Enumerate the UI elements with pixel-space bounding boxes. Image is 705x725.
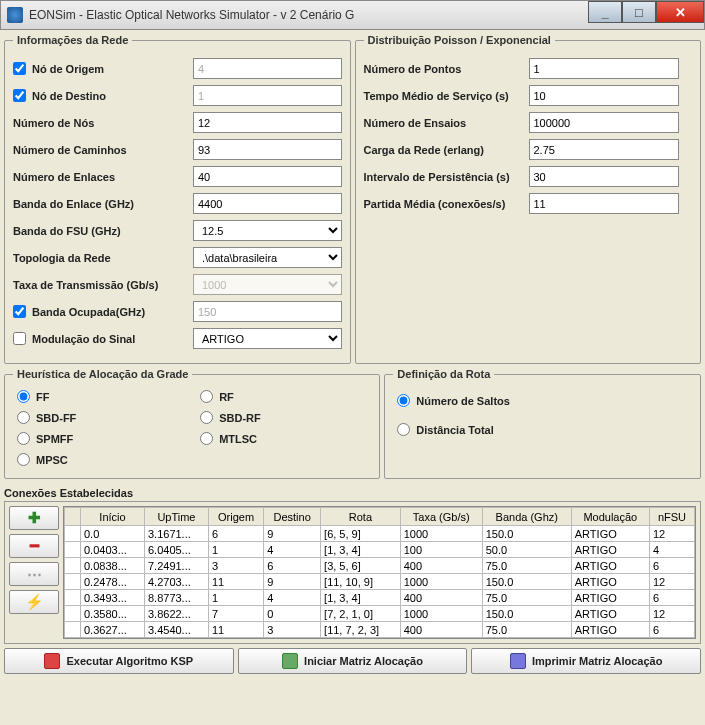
heuristic-sbd-rf[interactable]: SBD-RF <box>200 411 371 424</box>
ksp-icon <box>44 653 60 669</box>
modulacao-checkbox[interactable] <box>13 332 26 345</box>
intervalo-input[interactable] <box>529 166 679 187</box>
banda-ocupada-label: Banda Ocupada(GHz) <box>32 306 145 318</box>
taxa-label: Taxa de Transmissão (Gb/s) <box>13 279 158 291</box>
informacoes-rede-legend: Informações da Rede <box>13 34 132 46</box>
rota-group: Definição da Rota Número de Saltos Distâ… <box>384 368 701 479</box>
no-destino-checkbox[interactable] <box>13 89 26 102</box>
title-bar: EONSim - Elastic Optical Networks Simula… <box>0 0 705 30</box>
connections-label: Conexões Estabelecidas <box>4 485 701 501</box>
num-nos-input[interactable] <box>193 112 342 133</box>
lightning-icon: ⚡ <box>25 593 44 611</box>
no-origem-input[interactable] <box>193 58 342 79</box>
banda-ocupada-input[interactable] <box>193 301 342 322</box>
topologia-label: Topologia da Rede <box>13 252 111 264</box>
table-header[interactable]: Banda (Ghz) <box>482 508 571 526</box>
num-pontos-input[interactable] <box>529 58 679 79</box>
heuristic-mtlsc[interactable]: MTLSC <box>200 432 371 445</box>
banda-enlace-label: Banda do Enlace (GHz) <box>13 198 134 210</box>
table-row[interactable]: 0.3627...3.4540...113[11, 7, 2, 3]40075.… <box>65 622 695 638</box>
num-nos-label: Número de Nós <box>13 117 94 129</box>
table-row[interactable]: 0.0403...6.0405...14[1, 3, 4]10050.0ARTI… <box>65 542 695 558</box>
table-header[interactable]: Rota <box>321 508 401 526</box>
heuristica-legend: Heurística de Alocação da Grade <box>13 368 192 380</box>
poisson-legend: Distribuição Poisson / Exponencial <box>364 34 555 46</box>
heuristic-mpsc[interactable]: MPSC <box>17 453 188 466</box>
imprimir-matriz-button[interactable]: Imprimir Matriz Alocação <box>471 648 701 674</box>
table-header[interactable]: UpTime <box>144 508 208 526</box>
imprimir-icon <box>510 653 526 669</box>
heuristic-ff[interactable]: FF <box>17 390 188 403</box>
partida-label: Partida Média (conexões/s) <box>364 198 506 210</box>
num-ensaios-input[interactable] <box>529 112 679 133</box>
close-button[interactable]: ✕ <box>656 1 704 23</box>
num-enlaces-input[interactable] <box>193 166 342 187</box>
flash-connection-button[interactable]: ⚡ <box>9 590 59 614</box>
poisson-group: Distribuição Poisson / Exponencial Númer… <box>355 34 702 364</box>
table-row[interactable]: 0.2478...4.2703...119[11, 10, 9]1000150.… <box>65 574 695 590</box>
table-header[interactable]: Modulação <box>571 508 649 526</box>
table-header[interactable]: Destino <box>264 508 321 526</box>
connections-table: InícioUpTimeOrigemDestinoRotaTaxa (Gb/s)… <box>64 507 695 638</box>
heuristic-rf[interactable]: RF <box>200 390 371 403</box>
table-header[interactable]: Início <box>81 508 145 526</box>
banda-ocupada-checkbox[interactable] <box>13 305 26 318</box>
remove-connection-button[interactable]: ━ <box>9 534 59 558</box>
iniciar-icon <box>282 653 298 669</box>
edit-connection-button[interactable]: ⋯ <box>9 562 59 586</box>
partida-input[interactable] <box>529 193 679 214</box>
heuristic-spmff[interactable]: SPMFF <box>17 432 188 445</box>
intervalo-label: Intervalo de Persistência (s) <box>364 171 510 183</box>
rota-saltos[interactable]: Número de Saltos <box>397 394 688 407</box>
no-destino-label: Nó de Destino <box>32 90 106 102</box>
rota-legend: Definição da Rota <box>393 368 494 380</box>
num-caminhos-input[interactable] <box>193 139 342 160</box>
taxa-select: 1000 <box>193 274 342 295</box>
table-row[interactable]: 0.3493...8.8773...14[1, 3, 4]40075.0ARTI… <box>65 590 695 606</box>
banda-fsu-label: Banda do FSU (GHz) <box>13 225 121 237</box>
table-header[interactable]: nFSU <box>649 508 694 526</box>
no-destino-input[interactable] <box>193 85 342 106</box>
carga-input[interactable] <box>529 139 679 160</box>
edit-icon: ⋯ <box>27 565 42 583</box>
minus-icon: ━ <box>30 537 39 555</box>
tempo-servico-input[interactable] <box>529 85 679 106</box>
heuristica-group: Heurística de Alocação da Grade FF RF SB… <box>4 368 380 479</box>
modulacao-select[interactable]: ARTIGO <box>193 328 342 349</box>
no-origem-checkbox[interactable] <box>13 62 26 75</box>
banda-enlace-input[interactable] <box>193 193 342 214</box>
carga-label: Carga da Rede (erlang) <box>364 144 484 156</box>
window-title: EONSim - Elastic Optical Networks Simula… <box>29 8 354 22</box>
num-pontos-label: Número de Pontos <box>364 63 462 75</box>
heuristic-sbd-ff[interactable]: SBD-FF <box>17 411 188 424</box>
app-icon <box>7 7 23 23</box>
add-connection-button[interactable]: ✚ <box>9 506 59 530</box>
table-row[interactable]: 0.0838...7.2491...36[3, 5, 6]40075.0ARTI… <box>65 558 695 574</box>
num-ensaios-label: Número de Ensaios <box>364 117 467 129</box>
modulacao-label: Modulação do Sinal <box>32 333 135 345</box>
maximize-button[interactable]: □ <box>622 1 656 23</box>
topologia-select[interactable]: .\data\brasileira <box>193 247 342 268</box>
iniciar-matriz-button[interactable]: Iniciar Matriz Alocação <box>238 648 468 674</box>
table-header[interactable]: Taxa (Gb/s) <box>400 508 482 526</box>
table-row[interactable]: 0.03.1671...69[6, 5, 9]1000150.0ARTIGO12 <box>65 526 695 542</box>
informacoes-rede-group: Informações da Rede Nó de Origem Nó de D… <box>4 34 351 364</box>
no-origem-label: Nó de Origem <box>32 63 104 75</box>
banda-fsu-select[interactable]: 12.5 <box>193 220 342 241</box>
executar-ksp-button[interactable]: Executar Algoritmo KSP <box>4 648 234 674</box>
num-caminhos-label: Número de Caminhos <box>13 144 127 156</box>
table-row[interactable]: 0.3580...3.8622...70[7, 2, 1, 0]1000150.… <box>65 606 695 622</box>
minimize-button[interactable]: _ <box>588 1 622 23</box>
table-header[interactable]: Origem <box>208 508 263 526</box>
rota-distancia[interactable]: Distância Total <box>397 423 688 436</box>
tempo-servico-label: Tempo Médio de Serviço (s) <box>364 90 509 102</box>
plus-icon: ✚ <box>28 509 41 527</box>
connections-table-wrap[interactable]: InícioUpTimeOrigemDestinoRotaTaxa (Gb/s)… <box>63 506 696 639</box>
num-enlaces-label: Número de Enlaces <box>13 171 115 183</box>
